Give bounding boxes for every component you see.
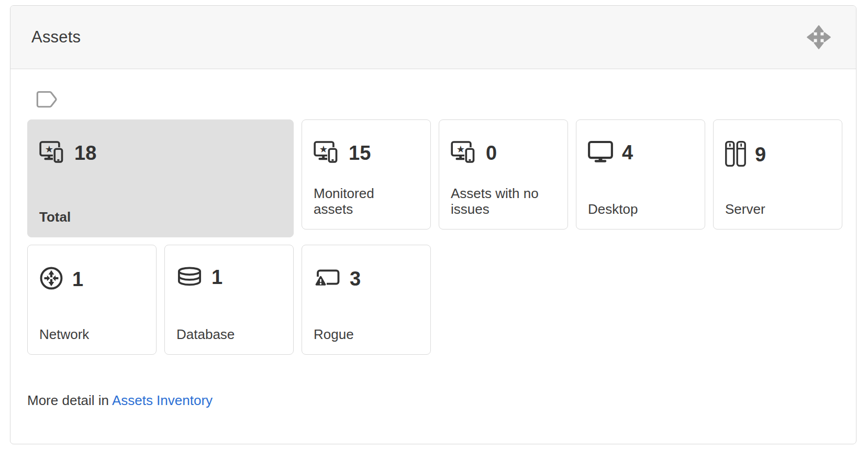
widget-title: Assets [31,28,81,47]
stat-label: Database [176,327,276,343]
stat-row: ★ 15 [314,141,419,166]
monitored-device-icon: ★ [314,141,340,166]
stat-label: Server [725,202,825,217]
stat-card-database[interactable]: 1 Database [164,245,294,355]
stat-row: 3 [314,266,419,292]
widget-body: ★ 18 Total [10,69,856,409]
stat-card-assets-no-issues[interactable]: ★ 0 Assets with no issues [439,119,568,230]
monitored-device-icon: ★ [451,141,477,166]
stat-label: Monitored assets [314,186,413,217]
stat-row: 4 [588,141,693,165]
database-icon [176,267,203,289]
monitored-device-icon: ★ [39,141,65,166]
stat-value: 3 [350,268,361,290]
stat-label: Rogue [314,327,413,343]
stat-card-monitored-assets[interactable]: ★ 15 Monitored assets [302,119,431,230]
stat-card-server[interactable]: 9 Server [713,119,842,230]
footer-text: More detail in [27,392,112,408]
svg-text:★: ★ [319,144,328,155]
assets-widget: Assets [10,5,856,444]
stat-label: Network [39,327,139,343]
stat-value: 1 [212,266,222,289]
stat-value: 9 [755,144,766,166]
footer: More detail in Assets Inventory [27,392,841,409]
stat-row: 9 [725,141,830,169]
stat-value: 0 [486,142,497,165]
stat-value: 18 [74,142,96,165]
desktop-icon [588,141,613,165]
tag-icon[interactable] [36,90,59,110]
stat-card-rogue[interactable]: 3 Rogue [302,245,431,355]
svg-text:★: ★ [45,144,53,155]
assets-inventory-link[interactable]: Assets Inventory [112,392,213,408]
stat-card-network[interactable]: 1 Network [27,245,157,355]
move-icon[interactable] [806,24,832,50]
rogue-device-warning-icon [314,266,341,292]
server-icon [725,141,746,169]
widget-header: Assets [10,6,856,69]
stat-value: 15 [349,142,371,165]
stat-row: ★ 0 [451,141,556,166]
stat-label: Total [39,210,139,225]
asset-stat-grid: ★ 18 Total [27,119,841,355]
stat-row: 1 [176,266,282,289]
stat-value: 4 [622,141,633,164]
stat-card-total[interactable]: ★ 18 Total [27,119,294,237]
svg-text:★: ★ [457,144,465,155]
stat-row: ★ 18 [39,141,282,166]
stat-row: 1 [39,266,144,292]
stat-label: Desktop [588,202,687,217]
stat-card-desktop[interactable]: 4 Desktop [576,119,705,230]
network-icon [39,266,63,292]
stat-value: 1 [72,268,83,291]
stat-label: Assets with no issues [451,186,550,217]
